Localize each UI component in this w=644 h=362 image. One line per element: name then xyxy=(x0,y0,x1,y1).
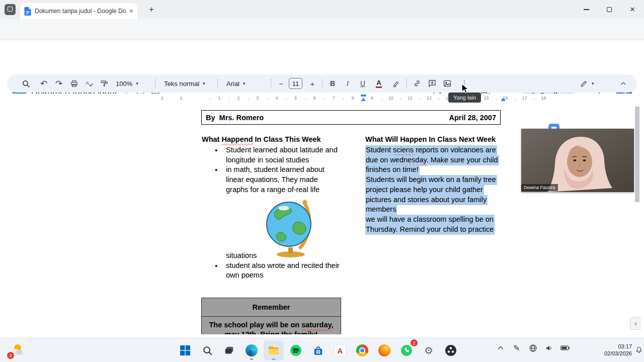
firefox-icon xyxy=(378,344,390,356)
zoom-select[interactable]: 100% ▾ xyxy=(116,77,138,90)
font-size-input[interactable]: 11 xyxy=(289,78,302,89)
selected-text-line[interactable]: finishes on time! xyxy=(365,165,420,175)
new-tab-button[interactable]: + xyxy=(146,4,157,15)
window-controls: × xyxy=(575,0,644,19)
left-text-line[interactable]: situations xyxy=(226,251,257,261)
paint-format-icon[interactable] xyxy=(98,77,111,90)
remember-line[interactable]: may 12th. Bring the family! xyxy=(202,330,341,334)
left-text-line[interactable]: in math, student learned about xyxy=(226,165,325,175)
horizontal-ruler[interactable]: 21123456789101112131415161718 xyxy=(0,94,644,105)
taskbar-obs-button[interactable] xyxy=(441,340,461,360)
taskbar-edge-button[interactable] xyxy=(242,340,262,360)
first-line-indent-marker[interactable] xyxy=(361,95,366,97)
obs-icon xyxy=(445,344,457,356)
svg-text:A: A xyxy=(86,80,89,85)
network-icon[interactable] xyxy=(527,342,538,353)
volume-icon[interactable] xyxy=(543,342,554,353)
tab-actions-button[interactable] xyxy=(5,4,16,15)
notification-bell-icon[interactable] xyxy=(635,346,643,356)
selected-text-line[interactable]: project please help your child gather xyxy=(365,185,484,195)
task-view-button[interactable] xyxy=(219,340,239,360)
taskbar-file-explorer-button[interactable] xyxy=(264,340,284,360)
text-color-icon[interactable]: A xyxy=(372,77,385,90)
undo-icon[interactable]: ↶ xyxy=(37,77,50,90)
date-text[interactable]: April 28, 2007 xyxy=(449,114,497,122)
windows-icon xyxy=(180,345,191,356)
taskbar-spotify-button[interactable] xyxy=(286,340,306,360)
selected-text-line[interactable]: Student sciens reports on volcanoes are xyxy=(365,145,497,155)
insert-image-icon[interactable] xyxy=(441,77,454,90)
selected-text-line[interactable]: pictures and stories about your family xyxy=(365,195,488,205)
selected-text-line[interactable]: Thursday. Remind your child to practice xyxy=(365,225,495,235)
left-text-line[interactable]: student also wrote and recited their xyxy=(226,261,340,271)
byline-table-row[interactable]: By Mrs. Romero April 28, 2007 xyxy=(201,110,501,125)
battery-icon[interactable] xyxy=(559,342,571,353)
tab-close-icon[interactable]: × xyxy=(129,7,133,15)
chrome-icon xyxy=(356,344,368,356)
document-scrollbar[interactable] xyxy=(635,107,639,202)
left-column-heading[interactable]: What Happend In Class This Week xyxy=(202,135,321,143)
edge-icon xyxy=(246,344,258,356)
byline-text[interactable]: By Mrs. Romero xyxy=(206,114,264,122)
highlight-color-icon[interactable] xyxy=(389,77,403,90)
edge-sidebar-chevron-icon[interactable]: ‹ xyxy=(630,317,641,330)
browser-tab-strip: Dokumen tanpa judul - Google Do × + × xyxy=(0,0,644,19)
decrease-font-icon[interactable]: − xyxy=(275,77,288,90)
remember-line[interactable]: The school play will be on saturday, xyxy=(202,320,341,330)
widgets-button[interactable]: 2 xyxy=(8,342,25,359)
webcam-overlay[interactable]: Dewina Fauzira xyxy=(521,129,634,192)
taskbar-app-a-button[interactable]: A xyxy=(330,340,350,360)
paragraph-style-caret-icon: ▾ xyxy=(203,81,205,86)
spellcheck-icon[interactable]: A xyxy=(83,77,96,90)
minimize-button[interactable] xyxy=(575,0,598,19)
browser-tab-active[interactable]: Dokumen tanpa judul - Google Do × xyxy=(20,3,137,19)
print-icon[interactable] xyxy=(67,77,80,90)
font-caret-icon: ▾ xyxy=(243,81,246,86)
paragraph-style-select[interactable]: Teks normal ▾ xyxy=(164,77,205,90)
remember-table[interactable]: Remember The school play will be on satu… xyxy=(201,298,341,334)
selected-text-line[interactable]: members xyxy=(365,205,397,215)
taskbar-clock[interactable]: 03:17 02/03/2026 xyxy=(600,343,632,357)
left-text-line[interactable]: graphs for a range of-real life xyxy=(226,185,319,195)
redo-icon[interactable]: ↷ xyxy=(52,77,65,90)
start-button[interactable] xyxy=(175,340,195,360)
globe-clipart-image[interactable] xyxy=(266,196,314,258)
left-indent-marker[interactable] xyxy=(361,98,366,101)
font-select[interactable]: Arial ▾ xyxy=(226,77,246,90)
add-comment-icon[interactable] xyxy=(426,77,439,90)
maximize-button[interactable] xyxy=(598,0,621,19)
taskbar-firefox-button[interactable] xyxy=(374,340,394,360)
pen-tray-icon[interactable]: ✎ xyxy=(511,342,522,353)
hide-menus-icon[interactable] xyxy=(617,77,630,90)
selected-text-line[interactable]: Students will begin work on a family tre… xyxy=(365,175,497,185)
selected-text-line[interactable]: we will have a classroom spelling be on xyxy=(365,215,495,225)
underline-icon[interactable]: U xyxy=(356,77,369,90)
increase-font-icon[interactable]: + xyxy=(306,77,319,90)
right-column-heading[interactable]: What Will Happen In Class Next Week xyxy=(365,135,496,143)
tab-actions-icon xyxy=(8,7,13,12)
bold-icon[interactable]: B xyxy=(326,77,339,90)
left-text-line[interactable]: longitude in social studies xyxy=(226,155,309,165)
remember-title[interactable]: Remember xyxy=(202,298,341,317)
pen-icon xyxy=(580,79,588,88)
left-text-line[interactable]: linear equations, They made xyxy=(226,175,318,185)
left-text-line[interactable]: Student learned about latitude and xyxy=(226,145,338,155)
whatsapp-icon xyxy=(400,344,413,356)
insert-link-icon[interactable] xyxy=(411,77,424,90)
widgets-badge: 2 xyxy=(7,352,14,359)
left-text-line[interactable]: own poems xyxy=(226,270,263,281)
hidden-icons-chevron-icon[interactable] xyxy=(495,342,506,353)
close-icon: × xyxy=(630,5,635,15)
selected-text-line[interactable]: due on wednesday. Make sure your child xyxy=(365,155,499,165)
taskbar-store-button[interactable] xyxy=(308,340,328,360)
italic-icon[interactable]: I xyxy=(341,77,354,90)
taskbar-settings-button[interactable]: ⚙ xyxy=(419,340,439,360)
taskbar-whatsapp-button[interactable]: 2 xyxy=(396,340,417,360)
browser-address-bar: ← ⟳ https://docs.google.com/document/d/1… xyxy=(0,19,644,40)
search-icon xyxy=(202,345,213,356)
search-menus-icon[interactable] xyxy=(19,77,32,90)
taskbar-search-button[interactable] xyxy=(197,340,217,360)
taskbar-chrome-button[interactable] xyxy=(352,340,372,360)
editing-mode-button[interactable]: ▾ xyxy=(580,77,594,90)
close-button[interactable]: × xyxy=(621,0,644,19)
